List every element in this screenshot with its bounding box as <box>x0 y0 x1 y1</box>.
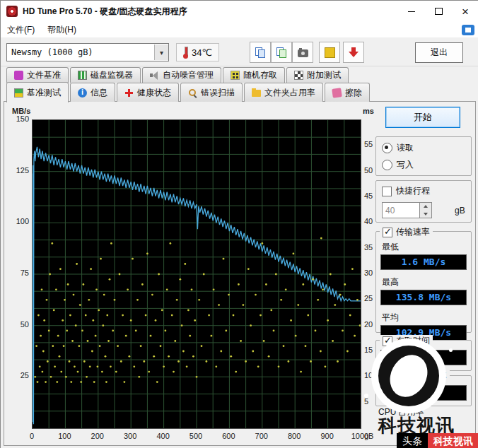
read-radio-label: 读取 <box>397 142 414 154</box>
write-mode-row[interactable]: 写入 <box>382 159 465 171</box>
tab-row-primary: 基准测试 信息 健康状态 错误扫描 文件夹占用率 擦除 <box>6 83 370 102</box>
benchmark-icon <box>14 88 23 98</box>
info-icon <box>78 88 87 98</box>
transfer-rate-checkbox[interactable] <box>383 228 392 237</box>
short-stroke-group: 快捷行程 gB <box>375 180 472 223</box>
tab-error-scan[interactable]: 错误扫描 <box>180 83 243 102</box>
read-mode-row[interactable]: 读取 <box>382 142 465 154</box>
short-stroke-unit: gB <box>455 206 465 216</box>
spin-up-icon[interactable] <box>420 203 431 211</box>
app-window: HD Tune Pro 5.70 - 硬盘/固态硬盘实用程序 文件(F) 帮助(… <box>0 0 478 448</box>
axis-tick-label: 400 <box>151 432 176 440</box>
tab-aam[interactable]: 自动噪音管理 <box>142 67 221 83</box>
maximize-button[interactable] <box>425 1 452 22</box>
axis-tick-label: 150 <box>6 114 29 123</box>
spinner <box>420 202 432 218</box>
axis-tick-label: 0 <box>19 432 45 440</box>
file-benchmark-icon <box>14 71 23 80</box>
watermark-logo <box>371 338 446 413</box>
tab-disk-monitor[interactable]: 磁盘监视器 <box>70 67 141 83</box>
magnifier-icon <box>188 88 197 98</box>
transfer-rate-label: 传输速率 <box>396 226 430 238</box>
axis-tick-label: 25 <box>6 371 29 379</box>
app-icon <box>6 6 18 17</box>
mode-group: 读取 写入 <box>375 136 472 176</box>
benchmark-plot <box>32 119 361 429</box>
start-button[interactable]: 开始 <box>385 107 460 128</box>
axis-tick-label: 700 <box>249 432 274 440</box>
health-cross-icon <box>124 88 134 98</box>
read-radio[interactable] <box>382 143 392 153</box>
drive-selector[interactable]: Newsmy (1000 gB) <box>6 43 169 61</box>
minimize-icon <box>408 11 415 12</box>
copy-icon <box>255 47 265 58</box>
short-stroke-row[interactable]: 快捷行程 <box>382 185 465 197</box>
benchmark-plot-svg <box>33 120 361 428</box>
title-bar: HD Tune Pro 5.70 - 硬盘/固态硬盘实用程序 <box>1 1 478 23</box>
watermark-strip: 头条 科技视讯 <box>397 433 478 448</box>
axis-tick-label: 100 <box>52 432 77 440</box>
menu-bar: 文件(F) 帮助(H) <box>1 22 478 38</box>
temperature-display: 34℃ <box>176 43 219 61</box>
tab-random-access[interactable]: 随机存取 <box>223 67 285 83</box>
save-image-icon <box>325 47 335 58</box>
watermark-toutiao: 头条 <box>397 433 428 448</box>
axis-tick-label: 1000 <box>347 432 373 440</box>
tab-row-secondary: 文件基准 磁盘监视器 自动噪音管理 随机存取 附加测试 <box>6 67 349 83</box>
exit-button[interactable]: 退出 <box>415 42 463 63</box>
window-title: HD Tune Pro 5.70 - 硬盘/固态硬盘实用程序 <box>23 6 187 18</box>
minimize-button[interactable] <box>398 1 425 22</box>
copy-text-button[interactable] <box>271 42 292 63</box>
eraser-icon <box>332 88 342 98</box>
save-image-button[interactable] <box>319 42 340 63</box>
write-radio-label: 写入 <box>397 159 414 171</box>
transfer-rate-group: 传输速率 最低 1.6 MB/s 最高 135.8 MB/s 平均 102.9 … <box>375 231 472 333</box>
axis-tick-label: 900 <box>315 432 340 440</box>
dropdown-arrow-icon[interactable] <box>154 45 168 60</box>
maximize-icon <box>435 8 443 15</box>
y-right-axis-unit: ms <box>363 107 374 115</box>
download-arrow-icon <box>349 47 358 58</box>
random-access-icon <box>231 71 240 80</box>
tab-health[interactable]: 健康状态 <box>117 83 179 102</box>
folder-icon <box>252 90 261 97</box>
screenshot-button[interactable] <box>292 42 313 63</box>
extra-tests-icon <box>294 71 303 80</box>
window-controls <box>398 1 478 22</box>
speaker-icon <box>150 71 159 80</box>
write-radio[interactable] <box>382 160 392 170</box>
menu-file[interactable]: 文件(F) <box>1 22 41 37</box>
watermark-sparkle <box>364 394 368 398</box>
copy-text-icon <box>276 47 286 58</box>
tab-benchmark[interactable]: 基准测试 <box>6 82 69 102</box>
axis-tick-label: 500 <box>183 432 209 440</box>
thermometer-icon <box>183 47 188 59</box>
tab-folder-usage[interactable]: 文件夹占用率 <box>244 83 323 102</box>
axis-tick-label: 50 <box>6 320 29 329</box>
axis-tick-label: 100 <box>6 217 29 225</box>
tab-extra-tests[interactable]: 附加测试 <box>286 67 349 83</box>
min-label: 最低 <box>382 241 471 253</box>
close-button[interactable] <box>452 1 478 22</box>
short-stroke-input[interactable] <box>382 202 420 218</box>
axis-tick-label: 200 <box>85 432 110 440</box>
temperature-value: 34℃ <box>192 47 212 58</box>
disk-monitor-icon <box>78 71 87 80</box>
benchmark-chart: MB/s ms gB 15012510075502555504540353025… <box>6 107 384 444</box>
watermark-brand: 科技视讯 <box>428 433 478 448</box>
tab-info[interactable]: 信息 <box>70 83 115 102</box>
download-button[interactable] <box>343 42 364 63</box>
axis-tick-label: 125 <box>6 166 29 175</box>
max-speed-display: 135.8 MB/s <box>380 290 467 305</box>
camera-icon <box>298 49 308 57</box>
axis-tick-label: 800 <box>281 432 307 440</box>
tab-erase[interactable]: 擦除 <box>325 83 370 102</box>
tab-file-benchmark[interactable]: 文件基准 <box>6 67 69 83</box>
menu-help[interactable]: 帮助(H) <box>41 22 83 37</box>
spin-down-icon[interactable] <box>420 211 431 218</box>
max-label: 最高 <box>382 276 471 288</box>
axis-tick-label: 75 <box>6 269 29 277</box>
axis-tick-label: 300 <box>117 432 143 440</box>
copy-info-button[interactable] <box>250 42 271 63</box>
short-stroke-checkbox[interactable] <box>382 187 392 196</box>
